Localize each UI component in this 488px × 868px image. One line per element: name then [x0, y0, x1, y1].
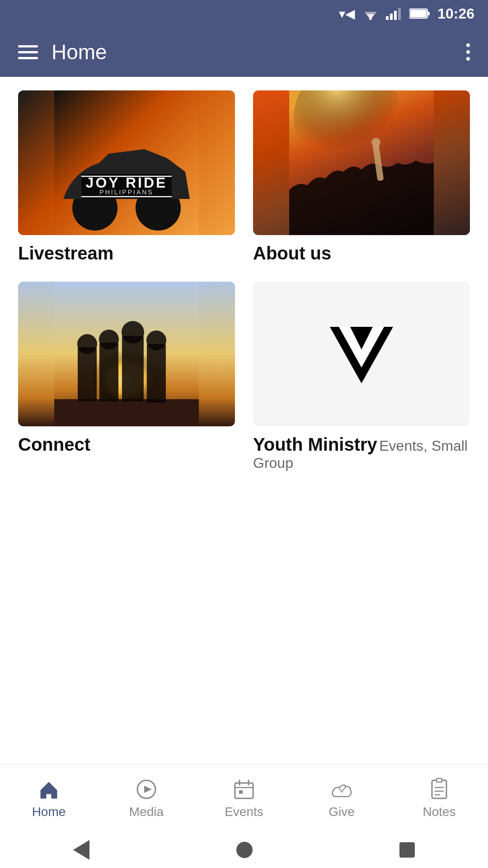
svg-point-3 [369, 17, 372, 20]
youth-logo-artwork [253, 282, 470, 426]
youth-ministry-card[interactable]: Youth Ministry Events, Small Group [253, 282, 470, 472]
status-icons: ▾◀ 10:26 [339, 5, 474, 22]
nav-label-media: Media [129, 805, 164, 819]
about-us-card[interactable]: About us [253, 90, 470, 264]
home-button[interactable] [236, 842, 253, 858]
wifi-icon: ▾◀ [339, 6, 355, 21]
home-icon [37, 778, 61, 801]
notes-icon [427, 778, 451, 801]
svg-marker-38 [144, 786, 152, 793]
car-artwork: JOY RIDE PHILIPPIANS [18, 90, 235, 235]
svg-rect-10 [410, 10, 427, 17]
friends-artwork [18, 282, 235, 426]
page-title: Home [52, 40, 107, 64]
connect-image [18, 282, 235, 426]
bottom-navigation: Home Media Events Give [0, 764, 488, 832]
svg-rect-44 [432, 780, 446, 798]
svg-rect-39 [235, 783, 253, 798]
signal-icon [386, 7, 402, 20]
svg-point-31 [122, 321, 144, 344]
more-options-button[interactable] [466, 43, 470, 61]
svg-point-29 [99, 330, 119, 349]
svg-rect-28 [99, 343, 118, 401]
nav-label-give: Give [328, 805, 355, 819]
nav-item-notes[interactable]: Notes [399, 778, 480, 819]
livestream-image: JOY RIDE PHILIPPIANS [18, 90, 235, 235]
nav-label-notes: Notes [422, 805, 455, 819]
app-bar: Home [0, 27, 488, 77]
svg-rect-5 [390, 14, 393, 20]
svg-rect-4 [386, 16, 389, 20]
svg-rect-30 [122, 336, 144, 401]
svg-rect-45 [436, 778, 442, 782]
system-navigation [0, 832, 488, 868]
crowd-artwork [253, 90, 470, 235]
nav-item-give[interactable]: Give [301, 778, 382, 819]
livestream-title: Livestream [18, 243, 113, 263]
svg-rect-43 [239, 790, 243, 794]
nav-label-home: Home [32, 805, 66, 819]
svg-rect-7 [398, 8, 401, 20]
svg-rect-9 [427, 12, 430, 15]
about-us-image [253, 90, 470, 235]
status-time: 10:26 [437, 5, 474, 22]
status-bar: ▾◀ 10:26 [0, 0, 488, 27]
recents-button[interactable] [399, 842, 415, 858]
back-button[interactable] [73, 840, 89, 860]
nav-item-media[interactable]: Media [106, 778, 187, 819]
svg-rect-26 [78, 347, 97, 401]
svg-point-27 [77, 334, 97, 354]
cards-grid: JOY RIDE PHILIPPIANS Livestream [18, 90, 470, 472]
svg-rect-32 [147, 344, 166, 403]
v-logo-svg [325, 318, 398, 390]
nav-item-home[interactable]: Home [8, 778, 89, 819]
wifi-icon [362, 7, 379, 20]
nav-item-events[interactable]: Events [203, 778, 285, 819]
livestream-card[interactable]: JOY RIDE PHILIPPIANS Livestream [18, 90, 235, 264]
events-icon [232, 778, 256, 801]
svg-text:PHILIPPIANS: PHILIPPIANS [99, 189, 153, 196]
battery-icon [409, 8, 430, 19]
svg-rect-6 [394, 11, 397, 20]
app-bar-left: Home [18, 40, 107, 64]
about-us-title: About us [253, 243, 331, 263]
svg-point-22 [371, 138, 380, 147]
svg-point-33 [146, 330, 166, 350]
nav-label-events: Events [225, 805, 263, 819]
connect-card[interactable]: Connect [18, 282, 235, 472]
main-content: JOY RIDE PHILIPPIANS Livestream [0, 77, 488, 764]
give-icon [330, 778, 353, 801]
media-icon [135, 778, 158, 801]
svg-rect-25 [54, 399, 199, 426]
connect-title: Connect [18, 434, 90, 454]
youth-ministry-title: Youth Ministry [253, 434, 377, 454]
hamburger-button[interactable] [18, 45, 38, 59]
youth-image [253, 282, 470, 426]
